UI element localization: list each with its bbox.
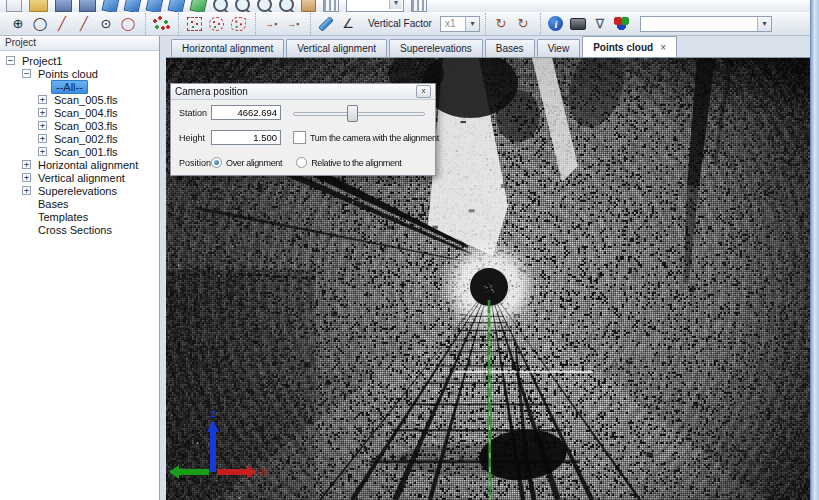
tree-item-cross-sections[interactable]: +Cross Sections — [0, 223, 159, 236]
points-cloud-icon[interactable] — [150, 14, 172, 34]
tree-item-horizontal-alignment[interactable]: +Horizontal alignment — [0, 158, 159, 171]
point-crosshair-icon[interactable]: ⊕ — [7, 14, 29, 34]
tree-expander-icon[interactable]: + — [38, 95, 47, 104]
tab-bases[interactable]: Bases — [485, 39, 535, 57]
tree-item-label[interactable]: Scan_003.fls — [51, 120, 121, 132]
zoom-window-icon[interactable] — [257, 0, 272, 12]
relative-alignment-label: Relative to the alignment — [311, 158, 401, 168]
relative-alignment-radio[interactable] — [296, 157, 307, 168]
tree-expander-icon[interactable]: + — [38, 121, 47, 130]
tree-item-label[interactable]: Bases — [35, 198, 72, 210]
toolbar-standard-strip — [0, 0, 810, 12]
line-icon[interactable]: ╱ — [51, 14, 73, 34]
station-slider-thumb[interactable] — [347, 105, 358, 122]
project-panel: Project −Project1−Points cloud+--All--+S… — [0, 36, 160, 500]
tree-expander-icon[interactable]: − — [6, 56, 15, 65]
tree-item-bases[interactable]: +Bases — [0, 197, 159, 210]
settings-tool-icon[interactable] — [411, 0, 427, 12]
select-points-polygon-icon[interactable] — [227, 14, 249, 34]
tree-item-vertical-alignment[interactable]: +Vertical alignment — [0, 171, 159, 184]
turn-camera-checkbox[interactable] — [293, 131, 306, 144]
measure-pen-icon[interactable] — [315, 14, 337, 34]
drawing-mode-icon[interactable] — [323, 0, 339, 12]
tree-item-scan-004-fls[interactable]: +Scan_004.fls — [0, 106, 159, 119]
tree-item-label[interactable]: Vertical alignment — [35, 172, 128, 184]
zoom-extents-icon[interactable] — [279, 0, 294, 12]
tree-item-templates[interactable]: +Templates — [0, 210, 159, 223]
circle-icon[interactable]: ◯ — [29, 14, 51, 34]
dialog-titlebar[interactable]: Camera position x — [171, 84, 435, 100]
tree-expander-icon[interactable]: + — [22, 160, 31, 169]
tree-item-all[interactable]: +--All-- — [0, 80, 159, 93]
scan-save-icon[interactable]: ↻ — [512, 14, 534, 34]
polyline-icon[interactable]: ╱ — [73, 14, 95, 34]
tree-item-label[interactable]: Cross Sections — [35, 224, 115, 236]
height-row: Height Turn the camera with the alignmen… — [171, 125, 435, 150]
tree-item-scan-003-fls[interactable]: +Scan_003.fls — [0, 119, 159, 132]
open-file-icon[interactable] — [29, 0, 48, 12]
station-row: Station — [171, 100, 435, 125]
new-file-icon[interactable] — [6, 0, 22, 12]
perspective-angle-icon[interactable]: ∠ — [337, 14, 359, 34]
tree-expander-icon[interactable]: + — [38, 134, 47, 143]
circle-center-icon[interactable]: ⊙ — [95, 14, 117, 34]
tab-vertical-alignment[interactable]: Vertical alignment — [286, 39, 387, 57]
over-alignment-radio[interactable] — [211, 157, 222, 168]
zoom-out-icon[interactable] — [235, 0, 250, 12]
select-points-circle-icon[interactable] — [205, 14, 227, 34]
pan-icon[interactable] — [301, 0, 316, 12]
tree-item-label[interactable]: Scan_005.fls — [51, 94, 121, 106]
toolbar-group: ⊕◯╱╱⊙◯ — [3, 13, 143, 35]
tree-item-label[interactable]: Points cloud — [35, 68, 101, 80]
display-filter-combo[interactable]: ▾ — [640, 16, 772, 32]
tree-item-scan-002-fls[interactable]: +Scan_002.fls — [0, 132, 159, 145]
filter-icon[interactable]: ∇ — [589, 14, 611, 34]
vertical-factor-combo[interactable]: x1▾ — [440, 16, 480, 32]
tab-close-icon[interactable]: × — [660, 42, 666, 53]
position-row: Position Over alignment Relative to the … — [171, 150, 435, 175]
display-filter-combo-arrow-icon[interactable]: ▾ — [757, 17, 771, 31]
save-as-icon[interactable] — [79, 0, 96, 12]
scale-combo[interactable] — [346, 0, 404, 12]
scan-rotate-icon[interactable]: ↻ — [490, 14, 512, 34]
select-points-rectangle-icon[interactable] — [183, 14, 205, 34]
tree-item-superelevations[interactable]: +Superelevations — [0, 184, 159, 197]
tab-superelevations[interactable]: Superelevations — [389, 39, 483, 57]
station-input[interactable] — [211, 105, 281, 120]
turn-camera-label: Turn the camera with the alignment — [310, 133, 439, 143]
tree-expander-icon[interactable]: + — [22, 173, 31, 182]
tree-item-label[interactable]: Scan_001.fls — [51, 146, 121, 158]
save-icon[interactable] — [55, 0, 72, 12]
tab-view[interactable]: View — [537, 39, 581, 57]
ellipse-icon[interactable]: ◯ — [117, 14, 139, 34]
tree-item-label[interactable]: --All-- — [51, 80, 88, 94]
tree-expander-icon[interactable]: + — [38, 108, 47, 117]
tree-item-project1[interactable]: −Project1 — [0, 54, 159, 67]
station-slider-track — [293, 112, 425, 116]
tab-label: Points cloud — [593, 42, 653, 53]
restore-points-icon[interactable]: →▪ — [282, 14, 304, 34]
screen-icon[interactable] — [567, 14, 589, 34]
tree-expander-icon[interactable]: + — [38, 147, 47, 156]
tab-horizontal-alignment[interactable]: Horizontal alignment — [171, 39, 284, 57]
tree-item-label[interactable]: Project1 — [19, 55, 65, 67]
tree-expander-icon[interactable]: − — [22, 69, 31, 78]
tree-item-label[interactable]: Templates — [35, 211, 91, 223]
tree-item-scan-001-fls[interactable]: +Scan_001.fls — [0, 145, 159, 158]
vertical-factor-combo-arrow-icon[interactable]: ▾ — [465, 17, 479, 31]
rgb-colors-icon[interactable] — [611, 14, 633, 34]
tree-item-label[interactable]: Horizontal alignment — [35, 159, 141, 171]
dialog-close-button[interactable]: x — [416, 85, 431, 98]
tree-item-scan-005-fls[interactable]: +Scan_005.fls — [0, 93, 159, 106]
tree-item-points-cloud[interactable]: −Points cloud — [0, 67, 159, 80]
station-slider[interactable] — [291, 105, 427, 121]
zoom-in-icon[interactable] — [213, 0, 228, 12]
tree-item-label[interactable]: Superelevations — [35, 185, 120, 197]
info-icon[interactable] — [545, 14, 567, 34]
tree-item-label[interactable]: Scan_004.fls — [51, 107, 121, 119]
tree-item-label[interactable]: Scan_002.fls — [51, 133, 121, 145]
decimate-points-icon[interactable]: →▪ — [260, 14, 282, 34]
tree-expander-icon[interactable]: + — [22, 186, 31, 195]
height-input[interactable] — [211, 130, 281, 145]
tab-points-cloud[interactable]: Points cloud× — [582, 36, 677, 57]
